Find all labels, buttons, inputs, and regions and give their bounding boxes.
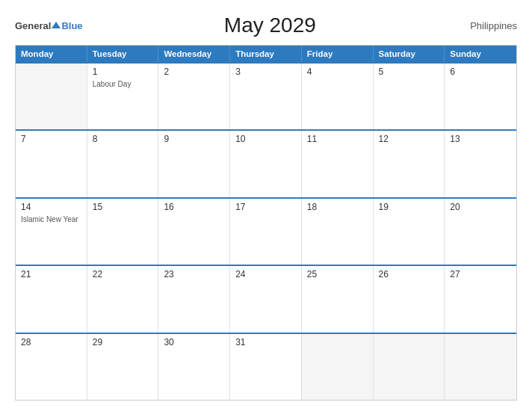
day-number: 3	[235, 67, 296, 77]
calendar-cell: 4	[302, 64, 374, 129]
header-day-sunday: Sunday	[445, 46, 516, 62]
day-number: 13	[450, 134, 511, 144]
day-number: 20	[450, 202, 511, 212]
day-number: 12	[379, 134, 439, 144]
calendar-cell: 24	[230, 266, 302, 332]
week-row-3: 14Islamic New Year151617181920	[16, 197, 516, 265]
day-number: 24	[235, 269, 296, 279]
calendar-cell: 20	[445, 199, 516, 265]
calendar-cell: 16	[158, 199, 230, 265]
day-number: 17	[235, 202, 296, 212]
calendar-cell: 14Islamic New Year	[16, 199, 87, 265]
day-number: 4	[307, 67, 368, 77]
day-number: 31	[235, 337, 296, 347]
calendar-cell: 27	[445, 266, 516, 332]
week-row-1: 1Labour Day23456	[16, 62, 516, 129]
calendar-cell	[445, 334, 516, 400]
calendar-header: MondayTuesdayWednesdayThursdayFridaySatu…	[16, 46, 516, 62]
day-number: 16	[164, 202, 224, 212]
day-number: 15	[93, 202, 153, 212]
calendar-cell: 8	[87, 131, 159, 197]
calendar-cell: 17	[230, 199, 302, 265]
day-number: 1	[93, 67, 153, 77]
day-number: 11	[307, 134, 368, 144]
calendar-cell: 2	[158, 64, 230, 129]
calendar-cell: 26	[374, 266, 445, 332]
calendar-cell: 5	[374, 64, 445, 129]
header-day-thursday: Thursday	[230, 46, 302, 62]
day-number: 22	[93, 269, 153, 279]
calendar-cell: 1Labour Day	[87, 64, 159, 129]
calendar-cell	[374, 334, 445, 400]
calendar-cell: 11	[302, 131, 374, 197]
day-number: 14	[21, 202, 81, 212]
day-number: 30	[164, 337, 224, 347]
calendar-cell: 7	[16, 131, 87, 197]
day-number: 26	[379, 269, 439, 279]
calendar-cell: 25	[302, 266, 374, 332]
logo-general-text: General	[15, 20, 51, 31]
day-number: 25	[307, 269, 368, 279]
day-number: 7	[21, 134, 81, 144]
calendar-cell: 3	[230, 64, 302, 129]
calendar-cell: 10	[230, 131, 302, 197]
calendar-cell: 29	[87, 334, 159, 400]
day-number: 18	[307, 202, 368, 212]
calendar-cell: 19	[374, 199, 445, 265]
day-event: Labour Day	[93, 80, 132, 88]
day-number: 21	[21, 269, 81, 279]
week-row-5: 28293031	[16, 333, 516, 400]
calendar: MondayTuesdayWednesdayThursdayFridaySatu…	[15, 45, 517, 401]
day-event: Islamic New Year	[21, 215, 78, 223]
logo-blue-text: Blue	[61, 20, 82, 31]
calendar-cell: 21	[16, 266, 87, 332]
calendar-body: 1Labour Day234567891011121314Islamic New…	[16, 62, 516, 400]
header-day-friday: Friday	[302, 46, 374, 62]
day-number: 29	[93, 337, 153, 347]
header-day-saturday: Saturday	[374, 46, 445, 62]
day-number: 9	[164, 134, 224, 144]
header-day-tuesday: Tuesday	[87, 46, 159, 62]
day-number: 28	[21, 337, 81, 347]
calendar-title: May 2029	[83, 13, 457, 37]
day-number: 10	[235, 134, 296, 144]
day-number: 27	[450, 269, 511, 279]
day-number: 6	[450, 67, 511, 77]
calendar-cell: 30	[158, 334, 230, 400]
logo: General Blue	[15, 19, 83, 32]
country-label: Philippines	[457, 20, 517, 31]
calendar-cell: 9	[158, 131, 230, 197]
day-number: 8	[93, 134, 153, 144]
calendar-cell: 12	[374, 131, 445, 197]
calendar-cell: 15	[87, 199, 159, 265]
calendar-page: General Blue May 2029 Philippines Monday…	[0, 0, 532, 411]
calendar-cell: 28	[16, 334, 87, 400]
day-number: 2	[164, 67, 224, 77]
calendar-cell	[302, 334, 374, 400]
week-row-4: 21222324252627	[16, 265, 516, 332]
day-number: 5	[379, 67, 439, 77]
calendar-cell: 18	[302, 199, 374, 265]
calendar-cell: 31	[230, 334, 302, 400]
logo-triangle-icon	[52, 22, 61, 28]
day-number: 19	[379, 202, 439, 212]
day-number: 23	[164, 269, 224, 279]
calendar-cell: 13	[445, 131, 516, 197]
header-day-monday: Monday	[16, 46, 87, 62]
week-row-2: 78910111213	[16, 129, 516, 197]
header: General Blue May 2029 Philippines	[15, 13, 517, 37]
calendar-cell: 23	[158, 266, 230, 332]
calendar-cell	[16, 64, 87, 129]
calendar-cell: 22	[87, 266, 159, 332]
header-day-wednesday: Wednesday	[158, 46, 230, 62]
calendar-cell: 6	[445, 64, 516, 129]
